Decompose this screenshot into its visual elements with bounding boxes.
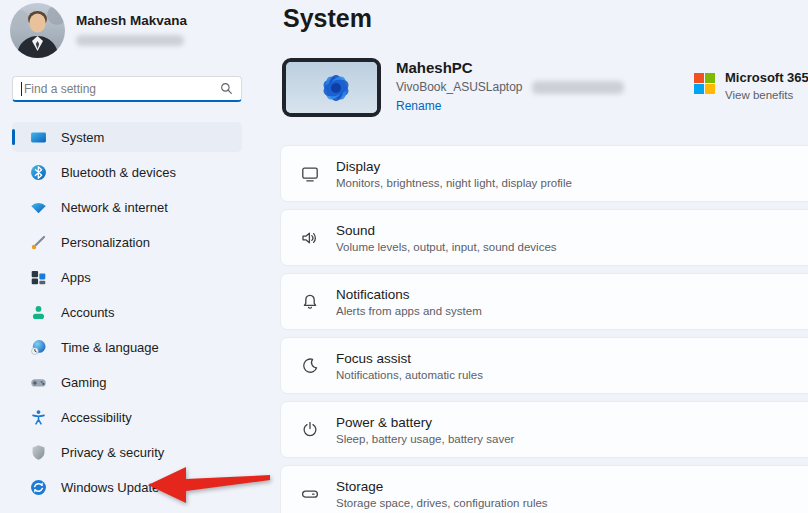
focus-assist-icon: [300, 356, 320, 376]
user-profile[interactable]: Mahesh Makvana: [10, 3, 187, 58]
page-title: System: [283, 4, 372, 33]
microsoft-logo-icon: [694, 73, 715, 101]
user-email-redacted: [76, 35, 184, 46]
system-icon: [30, 129, 47, 146]
row-subtitle: Volume levels, output, input, sound devi…: [336, 241, 557, 253]
settings-list: Display Monitors, brightness, night ligh…: [280, 145, 808, 513]
sidebar-item-label: Network & internet: [61, 200, 168, 215]
search-box[interactable]: [12, 76, 242, 102]
sidebar: Mahesh Makvana System Bluetooth & device…: [0, 0, 260, 513]
sidebar-item-accounts[interactable]: Accounts: [12, 297, 242, 327]
sidebar-item-label: Accessibility: [61, 410, 132, 425]
row-subtitle: Notifications, automatic rules: [336, 369, 483, 381]
network-icon: [30, 199, 47, 216]
row-title: Notifications: [336, 287, 482, 302]
sidebar-item-label: Gaming: [61, 375, 107, 390]
sidebar-item-system[interactable]: System: [12, 122, 242, 152]
sound-icon: [300, 228, 320, 248]
sidebar-item-accessibility[interactable]: Accessibility: [12, 402, 242, 432]
settings-row-sound[interactable]: Sound Volume levels, output, input, soun…: [280, 209, 808, 266]
rename-link[interactable]: Rename: [396, 99, 441, 113]
sidebar-item-personalization[interactable]: Personalization: [12, 227, 242, 257]
sidebar-item-label: Apps: [61, 270, 91, 285]
row-title: Storage: [336, 479, 548, 494]
sidebar-item-label: Time & language: [61, 340, 159, 355]
settings-row-storage[interactable]: Storage Storage space, drives, configura…: [280, 465, 808, 513]
notifications-icon: [300, 292, 320, 312]
text-caret: [21, 82, 22, 96]
sidebar-item-apps[interactable]: Apps: [12, 262, 242, 292]
sidebar-item-label: Windows Update: [61, 480, 159, 495]
settings-row-notifications[interactable]: Notifications Alerts from apps and syste…: [280, 273, 808, 330]
settings-row-focus-assist[interactable]: Focus assist Notifications, automatic ru…: [280, 337, 808, 394]
subscription-panel: Microsoft 365 View benefits: [694, 70, 808, 101]
sidebar-item-label: Bluetooth & devices: [61, 165, 176, 180]
device-name: MaheshPC: [396, 59, 624, 76]
display-icon: [300, 164, 320, 184]
selected-indicator: [12, 129, 15, 145]
device-thumbnail: [282, 58, 381, 117]
bluetooth-icon: [30, 164, 47, 181]
sidebar-item-privacy-security[interactable]: Privacy & security: [12, 437, 242, 467]
power-icon: [300, 420, 320, 440]
row-subtitle: Storage space, drives, configuration rul…: [336, 497, 548, 509]
privacy-icon: [30, 444, 47, 461]
accounts-icon: [30, 304, 47, 321]
row-title: Power & battery: [336, 415, 514, 430]
storage-icon: [300, 484, 320, 504]
subscription-name: Microsoft 365: [725, 70, 808, 85]
user-name: Mahesh Makvana: [76, 13, 187, 28]
sidebar-item-time-language[interactable]: Time & language: [12, 332, 242, 362]
sidebar-item-label: Personalization: [61, 235, 150, 250]
sidebar-item-windows-update[interactable]: Windows Update: [12, 472, 242, 502]
sidebar-item-label: System: [61, 130, 104, 145]
sidebar-item-bluetooth-devices[interactable]: Bluetooth & devices: [12, 157, 242, 187]
row-subtitle: Sleep, battery usage, battery saver: [336, 433, 514, 445]
time-language-icon: [30, 339, 47, 356]
sidebar-item-label: Accounts: [61, 305, 114, 320]
sidebar-item-label: Privacy & security: [61, 445, 164, 460]
settings-row-power-battery[interactable]: Power & battery Sleep, battery usage, ba…: [280, 401, 808, 458]
personalization-icon: [30, 234, 47, 251]
row-subtitle: Alerts from apps and system: [336, 305, 482, 317]
apps-icon: [30, 269, 47, 286]
device-domain-redacted: [532, 81, 624, 94]
sidebar-item-gaming[interactable]: Gaming: [12, 367, 242, 397]
accessibility-icon: [30, 409, 47, 426]
row-subtitle: Monitors, brightness, night light, displ…: [336, 177, 572, 189]
row-title: Display: [336, 159, 572, 174]
sidebar-item-network-internet[interactable]: Network & internet: [12, 192, 242, 222]
row-title: Focus assist: [336, 351, 483, 366]
row-title: Sound: [336, 223, 557, 238]
windows-update-icon: [30, 479, 47, 496]
search-icon[interactable]: [220, 82, 233, 95]
device-model: VivoBook_ASUSLaptop: [396, 80, 523, 94]
view-benefits-link[interactable]: View benefits: [725, 89, 808, 101]
gaming-icon: [30, 374, 47, 391]
settings-row-display[interactable]: Display Monitors, brightness, night ligh…: [280, 145, 808, 202]
avatar: [10, 3, 65, 58]
sidebar-nav: System Bluetooth & devices Network & int…: [12, 122, 242, 502]
search-input[interactable]: [24, 82, 220, 96]
